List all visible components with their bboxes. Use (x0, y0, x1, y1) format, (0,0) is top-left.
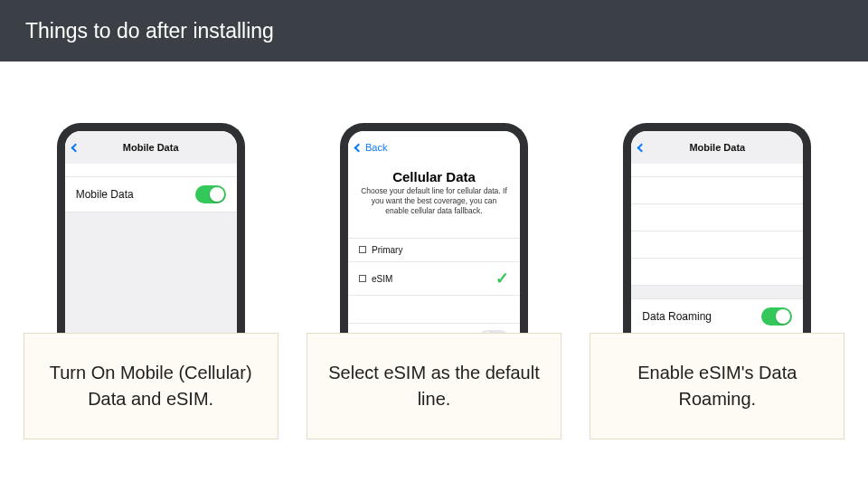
empty-row (631, 204, 803, 231)
phone-mock-1: Mobile Data Mobile Data (57, 123, 245, 333)
option-esim[interactable]: eSIM ✓ (348, 262, 520, 296)
option-primary[interactable]: Primary (348, 239, 520, 262)
steps-container: Mobile Data Mobile Data Turn On Mobile (… (0, 61, 868, 439)
data-roaming-toggle-row[interactable]: Data Roaming (631, 299, 803, 333)
step-2-caption: Select eSIM as the default line. (307, 333, 561, 439)
phone-mock-3: Mobile Data Data Roaming (623, 123, 811, 333)
phone3-navbar: Mobile Data (631, 131, 803, 164)
box-icon (359, 275, 366, 282)
phone1-nav-title: Mobile Data (65, 142, 237, 153)
toggle-switch[interactable] (761, 307, 792, 326)
phone-mock-2: Back Cellular Data Choose your default l… (340, 123, 528, 333)
step-1: Mobile Data Mobile Data Turn On Mobile (… (24, 123, 278, 439)
step-3-caption: Enable eSIM's Data Roaming. (590, 333, 844, 439)
mobile-data-toggle-row[interactable]: Mobile Data (65, 177, 237, 212)
empty-row (631, 259, 803, 286)
empty-row (631, 231, 803, 259)
cellular-data-description: Choose your default line for cellular da… (348, 186, 520, 225)
data-roaming-label: Data Roaming (642, 310, 712, 323)
page-header: Things to do after installing (0, 0, 868, 61)
toggle-switch[interactable] (195, 185, 226, 203)
empty-row (631, 177, 803, 204)
step-3: Mobile Data Data Roaming (590, 123, 844, 439)
box-icon (359, 246, 366, 253)
page-title: Things to do after installing (25, 19, 274, 43)
back-label: Back (365, 142, 387, 153)
allow-switching-row[interactable]: Allow Cellular Data Switching (348, 324, 520, 333)
toggle-switch[interactable] (478, 330, 509, 333)
step-1-caption: Turn On Mobile (Cellular) Data and eSIM. (24, 333, 278, 439)
mobile-data-label: Mobile Data (76, 188, 134, 201)
back-chevron-icon (354, 143, 363, 152)
phone3-nav-title: Mobile Data (631, 142, 803, 153)
back-button[interactable]: Back (355, 142, 387, 153)
step-2: Back Cellular Data Choose your default l… (307, 123, 561, 439)
phone2-navbar: Back (348, 131, 520, 164)
phone1-navbar: Mobile Data (65, 131, 237, 164)
cellular-data-title: Cellular Data (348, 164, 520, 186)
checkmark-icon: ✓ (495, 269, 509, 288)
